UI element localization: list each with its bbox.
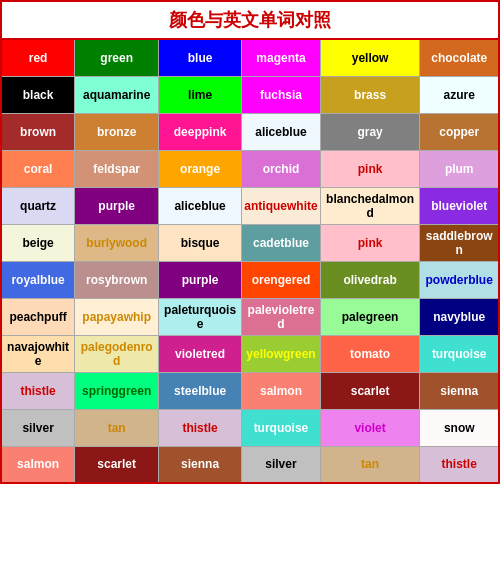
color-cell: navyblue: [420, 298, 499, 335]
color-cell: olivedrab: [320, 261, 420, 298]
color-cell: purple: [159, 261, 242, 298]
color-table: redgreenbluemagentayellowchocolateblacka…: [0, 38, 500, 484]
color-cell: chocolate: [420, 39, 499, 76]
color-cell: green: [75, 39, 159, 76]
color-cell: sienna: [159, 446, 242, 483]
color-cell: magenta: [242, 39, 321, 76]
color-cell: yellowgreen: [242, 335, 321, 372]
color-cell: thistle: [1, 372, 75, 409]
color-cell: powderblue: [420, 261, 499, 298]
color-cell: feldspar: [75, 150, 159, 187]
color-cell: tan: [75, 409, 159, 446]
color-cell: brass: [320, 76, 420, 113]
color-cell: blanchedalmond: [320, 187, 420, 224]
color-cell: orchid: [242, 150, 321, 187]
color-cell: salmon: [1, 446, 75, 483]
color-cell: navajowhite: [1, 335, 75, 372]
color-cell: pink: [320, 150, 420, 187]
color-cell: bronze: [75, 113, 159, 150]
color-cell: palegodenrod: [75, 335, 159, 372]
color-cell: scarlet: [75, 446, 159, 483]
color-cell: azure: [420, 76, 499, 113]
color-cell: orengered: [242, 261, 321, 298]
color-cell: copper: [420, 113, 499, 150]
color-cell: black: [1, 76, 75, 113]
color-cell: springgreen: [75, 372, 159, 409]
color-cell: orange: [159, 150, 242, 187]
color-cell: red: [1, 39, 75, 76]
color-cell: tan: [320, 446, 420, 483]
color-cell: coral: [1, 150, 75, 187]
color-cell: burlywood: [75, 224, 159, 261]
color-cell: violet: [320, 409, 420, 446]
color-cell: rosybrown: [75, 261, 159, 298]
color-cell: aliceblue: [159, 187, 242, 224]
color-cell: blueviolet: [420, 187, 499, 224]
color-cell: royalblue: [1, 261, 75, 298]
color-cell: blue: [159, 39, 242, 76]
color-cell: violetred: [159, 335, 242, 372]
color-cell: brown: [1, 113, 75, 150]
color-cell: steelblue: [159, 372, 242, 409]
page-title: 颜色与英文单词对照: [0, 0, 500, 38]
color-cell: thistle: [159, 409, 242, 446]
color-cell: fuchsia: [242, 76, 321, 113]
color-cell: saddlebrown: [420, 224, 499, 261]
color-cell: paleturquoise: [159, 298, 242, 335]
color-cell: sienna: [420, 372, 499, 409]
color-cell: palevioletred: [242, 298, 321, 335]
color-cell: peachpuff: [1, 298, 75, 335]
color-cell: silver: [242, 446, 321, 483]
color-cell: thistle: [420, 446, 499, 483]
color-cell: plum: [420, 150, 499, 187]
color-cell: turquoise: [420, 335, 499, 372]
color-cell: aliceblue: [242, 113, 321, 150]
color-cell: silver: [1, 409, 75, 446]
color-cell: snow: [420, 409, 499, 446]
color-cell: tomato: [320, 335, 420, 372]
color-cell: lime: [159, 76, 242, 113]
color-cell: purple: [75, 187, 159, 224]
color-cell: cadetblue: [242, 224, 321, 261]
color-cell: gray: [320, 113, 420, 150]
color-cell: deeppink: [159, 113, 242, 150]
color-cell: antiquewhite: [242, 187, 321, 224]
color-cell: bisque: [159, 224, 242, 261]
color-cell: pink: [320, 224, 420, 261]
color-cell: yellow: [320, 39, 420, 76]
color-cell: turquoise: [242, 409, 321, 446]
color-cell: quartz: [1, 187, 75, 224]
color-cell: salmon: [242, 372, 321, 409]
color-cell: scarlet: [320, 372, 420, 409]
color-cell: beige: [1, 224, 75, 261]
color-cell: aquamarine: [75, 76, 159, 113]
color-cell: palegreen: [320, 298, 420, 335]
color-cell: papayawhip: [75, 298, 159, 335]
